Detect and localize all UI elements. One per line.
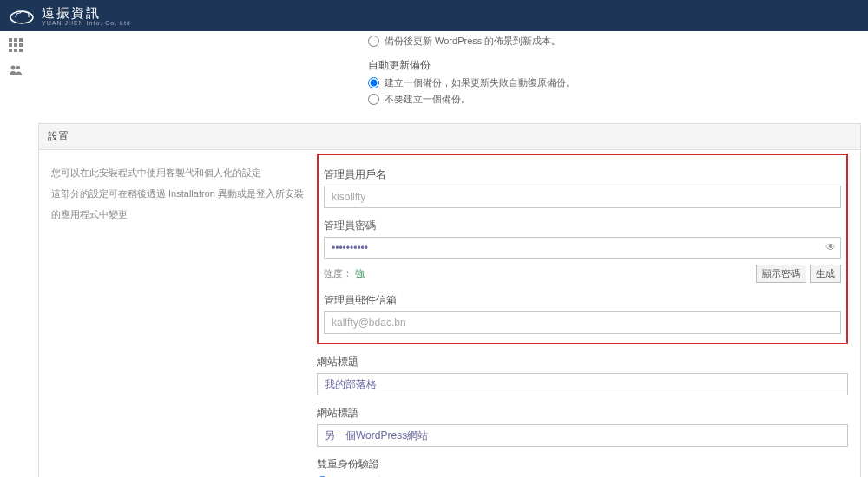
admin-credentials-highlight: 管理員用戶名 管理員密碼 👁 強度： 強 顯示密碼 <box>317 154 848 344</box>
radio-input[interactable] <box>368 77 379 88</box>
show-password-button[interactable]: 顯示密碼 <box>756 265 806 283</box>
admin-email-label: 管理員郵件信箱 <box>324 293 841 308</box>
strength-label: 強度： <box>324 268 352 278</box>
radio-input[interactable] <box>368 36 379 47</box>
brand-logo: 遠振資訊 YUAN JHEN Info. Co. Ltd <box>9 5 131 26</box>
settings-section-header: 設置 <box>38 123 861 150</box>
site-tagline-label: 網站標語 <box>317 406 848 421</box>
site-tagline-input[interactable] <box>317 424 848 447</box>
settings-description: 您可以在此安裝程式中使用客製代和個人化的設定 這部分的設定可在稍後透過 Inst… <box>39 150 317 477</box>
twofa-label: 雙重身份驗證 <box>317 457 848 472</box>
svg-point-0 <box>10 11 33 23</box>
site-title-input[interactable] <box>317 373 848 395</box>
users-icon[interactable] <box>9 64 23 79</box>
grid-icon[interactable] <box>9 38 23 52</box>
svg-point-2 <box>16 66 20 69</box>
auto-backup-yes[interactable]: 建立一個備份，如果更新失敗自動復原備份。 <box>368 76 849 89</box>
cloud-icon <box>9 6 35 25</box>
eye-icon[interactable]: 👁 <box>825 241 836 253</box>
option-label: 備份後更新 WordPress 的佈景到新成本。 <box>385 35 561 48</box>
top-header: 遠振資訊 YUAN JHEN Info. Co. Ltd <box>0 0 868 31</box>
main-content: 備份後更新 WordPress 的佈景到新成本。 自動更新備份 建立一個備份，如… <box>31 31 868 477</box>
auto-update-backup-label: 自動更新備份 <box>368 58 849 73</box>
desc-line-2: 這部分的設定可在稍後透過 Installatron 異動或是登入所安裝的應用程式… <box>51 183 305 225</box>
pre-settings-block: 備份後更新 WordPress 的佈景到新成本。 自動更新備份 建立一個備份，如… <box>38 35 861 123</box>
generate-password-button[interactable]: 生成 <box>810 265 841 283</box>
auto-backup-no[interactable]: 不要建立一個備份。 <box>368 93 849 106</box>
svg-point-1 <box>11 66 16 70</box>
brand-subtitle: YUAN JHEN Info. Co. Ltd <box>42 20 131 26</box>
admin-password-input[interactable] <box>324 237 841 259</box>
site-title-label: 網站標題 <box>317 355 848 369</box>
backup-update-option[interactable]: 備份後更新 WordPress 的佈景到新成本。 <box>368 35 849 48</box>
left-sidebar <box>0 31 31 477</box>
option-label: 建立一個備份，如果更新失敗自動復原備份。 <box>385 76 575 89</box>
admin-password-label: 管理員密碼 <box>324 219 841 233</box>
option-label: 不要建立一個備份。 <box>385 93 470 106</box>
strength-value: 強 <box>355 268 365 278</box>
radio-input[interactable] <box>368 94 379 105</box>
desc-line-1: 您可以在此安裝程式中使用客製代和個人化的設定 <box>51 162 305 183</box>
settings-form: 管理員用戶名 管理員密碼 👁 強度： 強 顯示密碼 <box>317 150 860 477</box>
admin-username-input[interactable] <box>324 186 841 208</box>
admin-email-input[interactable] <box>324 311 841 334</box>
admin-username-label: 管理員用戶名 <box>324 167 841 182</box>
